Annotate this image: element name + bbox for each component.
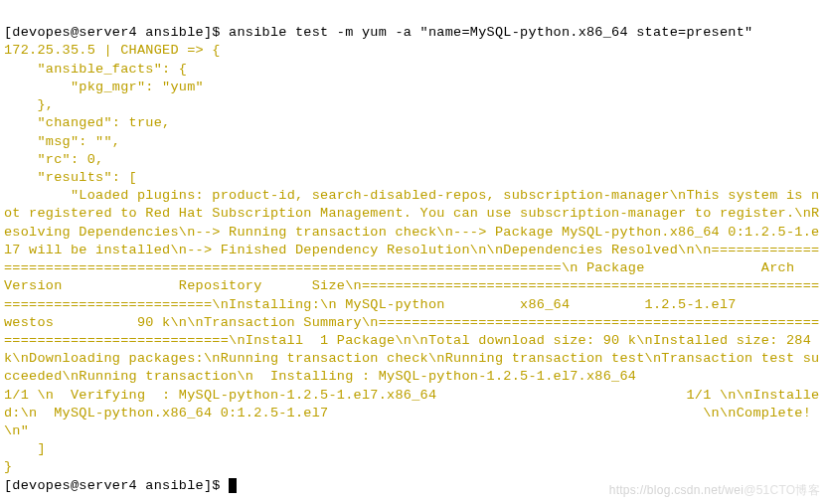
prompt-host-2: [devopes@server4 ansible]$: [4, 478, 229, 493]
ansible-pkgmgr: "pkg_mgr": "yum": [4, 80, 204, 94]
ansible-facts-close: },: [4, 97, 54, 112]
ansible-host-line: 172.25.35.5 | CHANGED => {: [4, 43, 221, 58]
ansible-results-close: ]: [4, 441, 46, 456]
shell-prompt-2: [devopes@server4 ansible]$: [4, 478, 237, 493]
ansible-results-open: "results": [: [4, 170, 137, 185]
ansible-facts-open: "ansible_facts": {: [4, 62, 187, 77]
ansible-results-body: "Loaded plugins: product-id, search-disa…: [4, 188, 828, 438]
shell-prompt-1: [devopes@server4 ansible]$ ansible test …: [4, 25, 752, 40]
ansible-rc: "rc": 0,: [4, 152, 103, 167]
cursor-icon: [229, 478, 237, 493]
entered-command: ansible test -m yum -a "name=MySQL-pytho…: [229, 25, 752, 40]
ansible-changed: "changed": true,: [4, 115, 170, 130]
terminal-output[interactable]: [devopes@server4 ansible]$ ansible test …: [4, 6, 824, 495]
prompt-host: [devopes@server4 ansible]$: [4, 25, 229, 40]
ansible-object-close: }: [4, 459, 12, 474]
ansible-msg: "msg": "",: [4, 134, 120, 149]
